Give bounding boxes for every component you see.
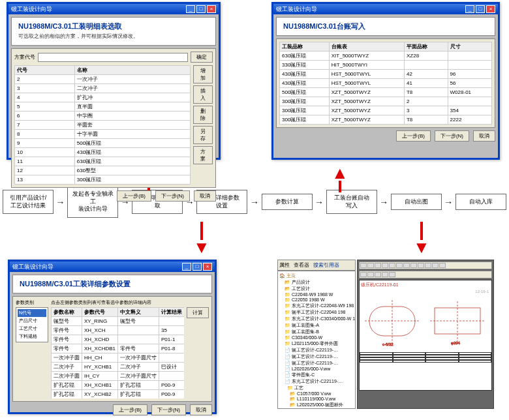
tree-root[interactable]: 🏠 主页	[279, 273, 354, 279]
table-row[interactable]: 二次冲子圆IH_CY二次冲子圆尺寸	[52, 372, 185, 381]
tree-item[interactable]: 📁 C22050 1988 W	[279, 297, 354, 303]
tool-icon[interactable]	[367, 272, 374, 277]
table-row[interactable]: 330辗压辊HIT_5000TWYI	[280, 61, 492, 70]
bom-table[interactable]: 代号名称2一次冲子3二次冲子4扩孔冲5直半圆6中学圈7半圆套8十字半圆9500辗…	[14, 65, 191, 185]
confirm-button[interactable]: 确定	[191, 52, 213, 63]
tree-item[interactable]: 📁 辗工装图集-A	[279, 322, 354, 329]
titlebar[interactable]: 锻工装设计向导 _ □ ×	[273, 4, 498, 14]
tree-item[interactable]: 📂 C1057/000 V.ww	[279, 391, 354, 397]
table-row[interactable]: 500辗压辊XZT_5000TWYZT8W028-01	[280, 88, 492, 97]
cancel-button[interactable]: 取消	[194, 190, 216, 202]
ledger-table[interactable]: 工装品称台账表平面品称尺寸630辗压辊XIT_5000TWYZXZ28330辗压…	[279, 42, 492, 125]
tool-icon[interactable]	[375, 272, 381, 277]
table-row[interactable]: 零件号XH_XCHDB1零件号P01-8	[52, 344, 185, 353]
tab-viewer[interactable]: 查看器	[294, 262, 309, 269]
scheme-input[interactable]	[38, 53, 188, 62]
table-row[interactable]: 5直半圆	[15, 102, 191, 112]
tree-item[interactable]: 📂 L110119/000-V.ww	[279, 397, 354, 402]
titlebar[interactable]: 锻工装设计向导 _ □ ×	[8, 4, 219, 14]
tool-icon[interactable]	[418, 263, 424, 268]
close-icon[interactable]: ×	[207, 5, 216, 13]
table-row[interactable]: 扩孔芯辊XY_XCHB2扩孔芯辊P00-9	[52, 390, 185, 399]
maximize-icon[interactable]: □	[196, 5, 206, 13]
minimize-icon[interactable]: _	[465, 5, 474, 13]
table-row[interactable]: 4扩孔冲	[15, 93, 191, 102]
tool-icon[interactable]	[410, 263, 417, 268]
add-button[interactable]: 增加	[193, 65, 213, 83]
tree-item[interactable]: 📄 L202026/000-V.ww	[279, 367, 354, 372]
tree-item[interactable]: 📄 辗工艺设计-C22119-…	[279, 360, 354, 367]
tree-item[interactable]: 📄 东光工艺设计-C22119-…	[279, 378, 354, 385]
table-row[interactable]: 9500辗压辊	[15, 139, 191, 148]
tool-icon[interactable]	[382, 263, 388, 268]
tree-item[interactable]: 📁 东光工艺设计-C22048-W9 198	[279, 303, 354, 309]
saveas-button[interactable]: 另存	[193, 126, 213, 144]
tool-icon[interactable]	[425, 263, 431, 268]
table-row[interactable]: 300辗压辊XZT_5000TWYZ3354	[280, 106, 492, 115]
tree-item[interactable]: 📄 辗工艺设计-C22119-…	[279, 353, 354, 360]
table-row[interactable]: 二次冲子HY_XCHB1二次冲子巳设计	[52, 363, 185, 372]
table-row[interactable]: 13300辗压辊	[15, 175, 191, 185]
next-button[interactable]: 下一步(N)	[155, 190, 190, 202]
maximize-icon[interactable]: □	[193, 263, 202, 271]
tool-icon[interactable]	[389, 263, 395, 268]
tool-icon[interactable]	[367, 263, 374, 268]
close-icon[interactable]: ×	[486, 5, 495, 13]
tool-icon[interactable]	[360, 263, 367, 268]
tree-item[interactable]: 📁 辗工装图集-B	[279, 329, 354, 335]
table-row[interactable]: 300辗压辊XZT_5000TWYZ2	[280, 97, 492, 106]
tree-item[interactable]: 📂 产品设计	[279, 279, 354, 286]
table-row[interactable]: 300辗压辊XZT_5000TWYZT82222	[280, 115, 492, 125]
cancel-button[interactable]: 取消	[473, 130, 495, 142]
tool-icon[interactable]	[382, 272, 388, 277]
prev-button[interactable]: 上一步(B)	[117, 190, 151, 202]
project-tree[interactable]: 🏠 主页📂 产品设计📂 工艺设计📁 C22048-W9 1988 W📁 C220…	[277, 271, 356, 409]
minimize-icon[interactable]: _	[186, 5, 195, 13]
tree-item[interactable]: 📂 工艺设计	[279, 286, 354, 292]
tree-item[interactable]: 📄 零件图集-C	[279, 372, 354, 378]
table-row[interactable]: 3二次冲子	[15, 84, 191, 93]
table-row[interactable]: 2一次冲子	[15, 75, 191, 84]
tree-item[interactable]: 📁 工艺	[279, 385, 354, 391]
table-row[interactable]: 10430辗压辊	[15, 148, 191, 157]
drawing-canvas[interactable]: 锻压机/C22119-01 12-19-1 c-6/32 φ394	[359, 280, 492, 391]
tab-properties[interactable]: 属性	[279, 262, 290, 269]
tool-icon[interactable]	[360, 272, 367, 277]
tool-icon[interactable]	[375, 263, 381, 268]
calc-button[interactable]: 计算	[187, 307, 209, 318]
tool-icon[interactable]	[403, 263, 410, 268]
category-item[interactable]: 下料规格	[18, 333, 46, 340]
cancel-button[interactable]: 取消	[190, 404, 212, 415]
category-list[interactable]: N代号产品尺寸工艺尺寸下料规格	[16, 307, 48, 342]
category-item[interactable]: 产品尺寸	[18, 317, 46, 325]
param-table[interactable]: 参数名称参数代号中文释义计算结果辗型号XY_RING辗型号零件号XH_XCH35…	[51, 307, 184, 398]
category-item[interactable]: 工艺尺寸	[18, 325, 46, 333]
tool-icon[interactable]	[432, 263, 439, 268]
delete-button[interactable]: 删除	[193, 106, 213, 124]
table-row[interactable]: 零件号XH_XCHDP01-1	[52, 335, 185, 344]
table-row[interactable]: 430辗压辊HST_5000TWYL4296	[280, 70, 492, 79]
tree-item[interactable]: 📁 辗半工艺设计-C22048 198	[279, 309, 354, 316]
table-row[interactable]: 11630辗压辊	[15, 157, 191, 166]
minimize-icon[interactable]: _	[182, 263, 191, 271]
table-row[interactable]: 6中学圈	[15, 112, 191, 121]
tree-item[interactable]: 📄 辗工艺设计-C22119-…	[279, 347, 354, 353]
tree-item[interactable]: 📁 C30340/000-W	[279, 335, 354, 340]
titlebar[interactable]: 锻工装设计向导 _ □ ×	[10, 262, 215, 272]
table-row[interactable]: 一次冲子圆HH_CH一次冲子圆尺寸	[52, 353, 185, 363]
tree-item[interactable]: 📁 东光工艺设计-C30340/000-W 198	[279, 316, 354, 322]
tree-item[interactable]: 📂 L202026/000-V.ww	[279, 408, 354, 409]
save-scheme-button[interactable]: 方案	[193, 146, 213, 164]
table-row[interactable]: 430辗压辊HST_5000TWYL4156	[280, 79, 492, 88]
tree-item[interactable]: 📁 L202115/000-零件外圆	[279, 340, 354, 347]
table-row[interactable]: 12630整型	[15, 166, 191, 175]
table-row[interactable]: 7半圆套	[15, 121, 191, 130]
tree-item[interactable]: 📂 L202025/000-辗图标外	[279, 402, 354, 408]
toolbar-2[interactable]	[359, 271, 492, 278]
maximize-icon[interactable]: □	[476, 5, 485, 13]
tool-icon[interactable]	[396, 263, 403, 268]
tree-item[interactable]: 📁 C22048-W9 1988 W	[279, 292, 354, 297]
next-button[interactable]: 下一步(N)	[435, 130, 469, 142]
toolbar[interactable]	[359, 262, 492, 269]
insert-button[interactable]: 插入	[193, 85, 213, 104]
